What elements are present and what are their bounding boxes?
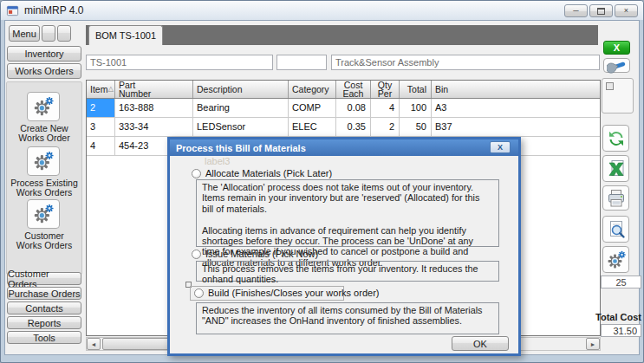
maximize-button[interactable] [589, 4, 613, 17]
sort-ascending-icon: △ [108, 86, 114, 93]
table-row[interactable]: 3 333-34 LEDSensor ELEC 0.35 2 50 B37 [87, 118, 600, 137]
titlebar: miniMRP 4.0 ─ × [1, 1, 643, 20]
cell-cost[interactable]: 0.08 [336, 99, 371, 118]
cell-description[interactable]: Bearing [193, 99, 289, 118]
cell-item[interactable]: 4 [87, 137, 115, 156]
build-label: Build (Finishes/Closes your works order) [208, 288, 379, 298]
close-button[interactable]: × [615, 4, 638, 17]
cell-item[interactable]: 3 [87, 118, 115, 137]
gear-icon [32, 203, 55, 225]
cell-bin[interactable]: A3 [432, 99, 600, 118]
part-number-field[interactable] [86, 55, 273, 70]
app-icon [6, 4, 19, 17]
column-header-qty-per[interactable]: Qty Per [371, 81, 400, 98]
process-existing-works-orders-label: Process Existing Works Orders [7, 178, 81, 198]
scroll-right-button[interactable]: ► [586, 338, 600, 350]
build-description: Reduces the inventory of all items consu… [196, 302, 499, 334]
close-icon: × [624, 7, 628, 15]
issue-materials-radio[interactable] [192, 250, 201, 259]
cell-bin[interactable]: B37 [432, 118, 600, 137]
tab-bom-ts-1001[interactable]: BOM TS-1001 [88, 25, 163, 45]
scroll-right-icon: ► [590, 341, 596, 347]
cell-qty[interactable]: 2 [371, 118, 400, 137]
cell-part[interactable]: 333-34 [115, 118, 193, 137]
option-panel [602, 78, 634, 113]
column-header-total[interactable]: Total [400, 81, 432, 98]
sidebar-item-purchase-orders[interactable]: Purchase Orders [7, 287, 81, 300]
cell-item[interactable]: 2 [87, 99, 115, 118]
dialog-body: label3 Allocate Materials (Pick Later) T… [170, 156, 518, 353]
print-button[interactable] [602, 185, 629, 211]
build-quantity-field[interactable] [601, 275, 641, 288]
toolbar-blank-button-2[interactable] [57, 25, 71, 42]
print-preview-button[interactable] [602, 216, 629, 243]
create-new-works-order-label: Create New Works Order [7, 124, 81, 143]
build-radio[interactable] [194, 288, 204, 298]
issue-materials-label: Issue Materials (Pick Now) [205, 249, 318, 259]
search-document-icon [606, 219, 627, 240]
total-cost-value[interactable] [601, 324, 641, 337]
column-header-part-number[interactable]: Part Number [115, 81, 193, 98]
allocate-materials-radio[interactable] [192, 169, 201, 178]
process-bom-button[interactable] [602, 246, 629, 273]
settings-wrench-button[interactable] [603, 58, 630, 73]
dialog-title: Process this Bill of Materials [176, 143, 306, 153]
dialog-close-button[interactable]: X [490, 141, 511, 153]
maximize-icon [597, 8, 605, 15]
export-excel-button[interactable] [602, 155, 629, 182]
column-header-cost-each[interactable]: Cost Each [336, 81, 371, 98]
scroll-left-button[interactable]: ◄ [87, 338, 101, 350]
sidebar-item-contacts[interactable]: Contacts [7, 301, 81, 314]
tab-strip: BOM TS-1001 [86, 25, 598, 45]
sidebar-item-reports[interactable]: Reports [7, 316, 81, 329]
cell-total[interactable]: 50 [400, 118, 432, 137]
total-cost-label: Total Cost [595, 312, 641, 322]
column-header-category[interactable]: Category [289, 81, 336, 98]
dialog-titlebar: Process this Bill of Materials X [170, 139, 518, 156]
customer-works-orders-button[interactable] [27, 199, 60, 229]
close-bom-button[interactable]: X [603, 41, 630, 55]
gear-icon [606, 250, 627, 270]
scroll-left-icon: ◄ [91, 341, 97, 347]
process-bom-dialog: Process this Bill of Materials X label3 … [167, 137, 521, 356]
allocate-materials-description: The 'Allocation' process does not take i… [196, 179, 499, 247]
minimize-button[interactable]: ─ [564, 4, 588, 17]
cell-qty[interactable]: 4 [371, 99, 400, 118]
cell-total[interactable]: 100 [400, 99, 432, 118]
printer-icon [606, 188, 627, 209]
grid-header: Item△ Part Number Description Category C… [87, 81, 600, 99]
customer-works-orders-label: Customer Works Orders [7, 231, 81, 250]
window-title: miniMRP 4.0 [24, 4, 83, 16]
process-existing-works-orders-button[interactable] [27, 146, 60, 176]
sidebar-item-inventory[interactable]: Inventory [7, 46, 81, 62]
ok-button[interactable]: OK [452, 336, 509, 351]
option-checkbox[interactable] [606, 82, 614, 90]
cell-cost[interactable]: 0.35 [336, 118, 371, 137]
column-header-item[interactable]: Item△ [87, 81, 115, 98]
sidebar-item-customer-orders[interactable]: Customer Orders [7, 272, 81, 285]
app-window: miniMRP 4.0 ─ × Menu Inventory Works Ord… [0, 0, 644, 363]
cell-description[interactable]: LEDSensor [193, 118, 289, 137]
cell-category[interactable]: COMP [289, 99, 336, 118]
dialog-close-icon: X [498, 143, 503, 152]
gear-icon [32, 150, 55, 172]
toolbar-blank-button-1[interactable] [42, 25, 55, 42]
ghost-label: label3 [205, 156, 230, 166]
minimize-icon: ─ [573, 7, 578, 15]
column-header-bin[interactable]: Bin [432, 81, 600, 98]
sidebar-item-tools[interactable]: Tools [7, 331, 81, 344]
column-header-description[interactable]: Description [193, 81, 289, 98]
cell-category[interactable]: ELEC [289, 118, 336, 137]
green-x-icon: X [614, 42, 620, 53]
sidebar-item-works-orders[interactable]: Works Orders [7, 63, 81, 79]
table-row[interactable]: 2 163-888 Bearing COMP 0.08 4 100 A3 [87, 99, 600, 118]
assembly-description-field[interactable] [331, 55, 600, 70]
excel-icon [606, 159, 627, 179]
cell-part[interactable]: 163-888 [115, 99, 193, 118]
allocate-materials-label: Allocate Materials (Pick Later) [205, 168, 332, 178]
wrench-icon [607, 55, 628, 76]
create-new-works-order-button[interactable] [27, 92, 60, 121]
refresh-button[interactable] [602, 125, 629, 152]
menu-button[interactable]: Menu [9, 25, 40, 42]
quantity-field[interactable] [276, 55, 327, 70]
